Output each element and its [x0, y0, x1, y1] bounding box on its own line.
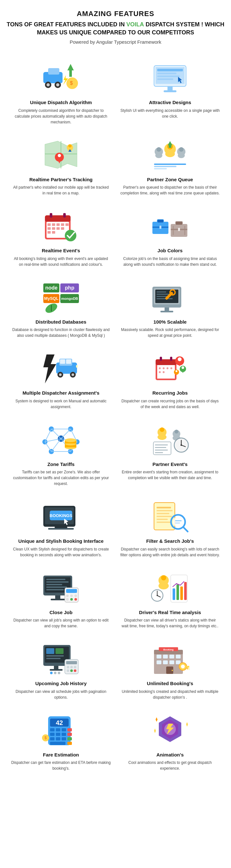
feature-desc-zone-queue: Partner's are queued to dispatcher on th… — [120, 184, 220, 196]
svg-point-147 — [157, 434, 166, 440]
feature-title-history: Upcoming Job History — [35, 680, 87, 687]
svg-rect-166 — [54, 527, 67, 528]
svg-line-178 — [184, 527, 188, 531]
svg-point-226 — [50, 672, 52, 674]
svg-point-155 — [181, 444, 182, 446]
svg-rect-187 — [46, 589, 64, 590]
feature-title-events: Realtime Event's — [42, 247, 80, 254]
svg-rect-179 — [175, 520, 182, 521]
svg-point-107 — [163, 367, 164, 369]
feature-driver-analysis: Driver's Real Time analysis Dispatcher c… — [116, 564, 225, 636]
svg-rect-69 — [184, 226, 186, 235]
svg-marker-91 — [43, 354, 56, 383]
svg-rect-39 — [169, 145, 171, 148]
svg-point-95 — [59, 373, 62, 376]
svg-rect-102 — [156, 359, 177, 365]
feature-title-booking: Unique and Stylish Booking Interface — [18, 538, 104, 545]
svg-rect-68 — [172, 226, 174, 235]
map-icon — [40, 138, 82, 173]
svg-rect-40 — [154, 163, 186, 165]
svg-point-244 — [181, 664, 185, 669]
svg-rect-104 — [160, 357, 162, 361]
svg-rect-171 — [157, 510, 172, 511]
svg-rect-46 — [50, 213, 52, 218]
svg-point-193 — [70, 594, 73, 597]
svg-point-27 — [68, 144, 72, 148]
svg-rect-105 — [170, 357, 172, 361]
svg-point-222 — [74, 666, 76, 669]
feature-title-scalable: 100% Scalable — [153, 319, 186, 325]
feature-desc-scalable: Massively scalable. Rock solid performan… — [120, 327, 220, 338]
feature-dispatcher: Multiple Dispatcher Assignment's System … — [6, 345, 116, 416]
svg-line-134 — [51, 429, 61, 439]
svg-rect-89 — [164, 308, 169, 311]
svg-rect-86 — [157, 298, 172, 299]
svg-marker-6 — [67, 64, 74, 70]
feature-title-tracking: Realtime Partner's Tracking — [30, 177, 93, 183]
feature-recurring: Recurring Jobs Dispatcher can create rec… — [116, 345, 225, 416]
feature-desc-job-colors: Colorize job's on the basis of assigning… — [120, 256, 220, 267]
svg-rect-16 — [157, 79, 173, 80]
svg-rect-204 — [180, 587, 183, 600]
svg-rect-261 — [62, 737, 66, 740]
svg-rect-247 — [187, 668, 188, 670]
feature-title-recurring: Recurring Jobs — [152, 390, 188, 396]
feature-desc-animations: Cool animations and effects to get great… — [120, 760, 220, 771]
scalable-icon — [149, 280, 191, 316]
feature-animations: Animation's Cool animations and effects … — [116, 707, 225, 778]
feature-title-dispatch: Unique Dispatch Algorithm — [30, 99, 92, 106]
amazing-features-title: AMAZING FEATURES — [6, 10, 225, 18]
svg-rect-213 — [55, 648, 64, 654]
features-grid: $ Unique Dispatch Algorithm Completely c… — [6, 54, 225, 778]
svg-rect-214 — [46, 655, 64, 656]
svg-rect-236 — [163, 660, 168, 664]
svg-rect-216 — [54, 666, 59, 669]
animations-icon — [149, 713, 191, 748]
svg-point-209 — [157, 595, 158, 596]
feature-desc-history: Dispatcher can view all schedule jobs wi… — [11, 689, 111, 700]
svg-marker-271 — [156, 717, 157, 722]
svg-point-31 — [165, 151, 175, 157]
svg-rect-52 — [66, 223, 69, 226]
svg-point-196 — [70, 598, 73, 601]
feature-search: Filter & Search Job's Dispatcher can eas… — [116, 493, 225, 564]
svg-rect-245 — [186, 666, 189, 668]
svg-rect-183 — [46, 579, 66, 580]
booking-icon: BOOKINGS — [40, 499, 82, 535]
feature-title-designs: Attractive Designs — [149, 99, 191, 106]
svg-point-37 — [178, 153, 185, 158]
svg-rect-202 — [172, 588, 175, 600]
svg-rect-100 — [76, 365, 78, 368]
svg-rect-44 — [45, 215, 71, 222]
svg-rect-189 — [51, 599, 65, 600]
svg-point-224 — [70, 670, 73, 672]
svg-point-5 — [56, 83, 60, 87]
svg-rect-257 — [62, 733, 66, 736]
feature-job-colors: Job Colors Colorize job's on the basis o… — [116, 203, 225, 274]
svg-point-195 — [66, 598, 69, 601]
svg-rect-186 — [46, 587, 67, 588]
svg-rect-217 — [50, 669, 63, 671]
svg-rect-258 — [67, 733, 72, 736]
svg-rect-53 — [47, 227, 51, 230]
feature-title-databases: Distributed Databases — [36, 319, 86, 325]
svg-rect-41 — [154, 166, 177, 167]
header: AMAZING FEATURES TONS OF GREAT FEATURES … — [6, 10, 225, 45]
dispatcher-icon — [40, 351, 82, 386]
svg-rect-174 — [157, 519, 168, 520]
svg-rect-158 — [155, 447, 166, 448]
svg-text:php: php — [65, 285, 74, 290]
driver-icon — [149, 571, 191, 606]
feature-title-fare: Fare Estimation — [43, 752, 79, 758]
svg-rect-185 — [46, 584, 62, 585]
svg-rect-99 — [66, 359, 71, 364]
svg-text:MySQL: MySQL — [44, 296, 59, 301]
svg-rect-17 — [167, 87, 172, 90]
feature-booking: BOOKINGS Unique and Stylish Booking Inte… — [6, 493, 116, 564]
svg-rect-264 — [67, 742, 72, 745]
svg-line-135 — [61, 429, 71, 439]
svg-point-192 — [66, 594, 69, 597]
feature-title-search: Filter & Search Job's — [146, 538, 194, 545]
svg-point-149 — [175, 430, 179, 434]
svg-rect-98 — [60, 359, 65, 364]
